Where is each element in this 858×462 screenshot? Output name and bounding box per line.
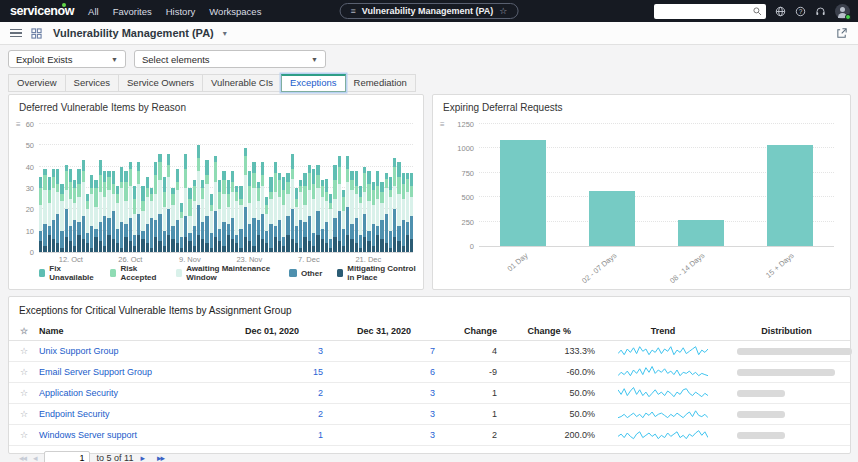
stacked-bar[interactable] <box>218 180 221 253</box>
stacked-bar[interactable] <box>205 160 208 252</box>
dashboard-search-pill[interactable]: ≡ Vulnerability Management (PA) ☆ <box>340 3 519 19</box>
stacked-bar[interactable] <box>222 171 225 252</box>
stacked-bar[interactable] <box>410 173 413 252</box>
assignment-group-link[interactable]: Email Server Support Group <box>39 367 152 377</box>
stacked-bar[interactable] <box>60 184 63 252</box>
legend-item-risk-accepted[interactable]: Risk Accepted <box>110 264 161 282</box>
stacked-bar[interactable] <box>316 165 319 252</box>
bar-01-day[interactable] <box>500 140 546 246</box>
stacked-bar[interactable] <box>193 180 196 252</box>
table-row[interactable]: ☆Endpoint Security23150.0% <box>9 404 850 425</box>
dec01-value-link[interactable]: 2 <box>219 388 331 398</box>
nav-item-favorites[interactable]: Favorites <box>113 6 152 17</box>
exploit-exists-dropdown[interactable]: Exploit Exists ▼ <box>8 50 126 68</box>
bar-15-+-days[interactable] <box>767 145 813 246</box>
stacked-bar[interactable] <box>231 171 234 252</box>
stacked-bar[interactable] <box>321 180 324 253</box>
stacked-bar[interactable] <box>248 171 251 252</box>
dec01-value-link[interactable]: 2 <box>219 409 331 419</box>
stacked-bar[interactable] <box>39 177 42 252</box>
stacked-bar[interactable] <box>393 158 396 252</box>
legend-item-other[interactable]: Other <box>289 264 322 282</box>
dec01-value-link[interactable]: 3 <box>219 346 331 356</box>
stacked-bar[interactable] <box>376 171 379 252</box>
legend-item-awaiting-maintenance-window[interactable]: Awaiting Maintenance Window <box>176 264 274 282</box>
stacked-bar[interactable] <box>103 171 106 252</box>
assignment-group-link[interactable]: Endpoint Security <box>39 409 110 419</box>
stacked-bar[interactable] <box>282 177 285 252</box>
stacked-bar[interactable] <box>184 154 187 252</box>
stacked-bar[interactable] <box>197 145 200 252</box>
stacked-bar[interactable] <box>154 162 157 252</box>
assignment-group-link[interactable]: Windows Server support <box>39 430 137 440</box>
stacked-bar[interactable] <box>295 188 298 252</box>
row-favorite-star-icon[interactable]: ☆ <box>9 367 39 377</box>
stacked-bar[interactable] <box>73 180 76 253</box>
tab-overview[interactable]: Overview <box>8 74 66 92</box>
stacked-bar[interactable] <box>107 171 110 252</box>
stacked-bar[interactable] <box>338 156 341 252</box>
stacked-bar[interactable] <box>180 203 183 252</box>
column-header-change-pct[interactable]: Change % <box>507 326 603 336</box>
stacked-bar[interactable] <box>86 194 89 252</box>
row-favorite-star-icon[interactable]: ☆ <box>9 388 39 398</box>
stacked-bar[interactable] <box>291 154 294 252</box>
stacked-bar[interactable] <box>363 167 366 252</box>
stacked-bar[interactable] <box>350 171 353 252</box>
row-favorite-star-icon[interactable]: ☆ <box>9 409 39 419</box>
global-search-input[interactable] <box>654 4 766 19</box>
select-elements-dropdown[interactable]: Select elements ▼ <box>134 50 326 68</box>
stacked-bar[interactable] <box>150 188 153 252</box>
stacked-bar[interactable] <box>163 177 166 252</box>
stacked-bar[interactable] <box>210 194 213 252</box>
stacked-bar[interactable] <box>355 171 358 252</box>
stacked-bar[interactable] <box>77 169 80 252</box>
stacked-bar[interactable] <box>252 162 255 252</box>
tab-service-owners[interactable]: Service Owners <box>118 74 203 92</box>
stacked-bar[interactable] <box>333 165 336 252</box>
stacked-bar[interactable] <box>380 182 383 252</box>
stacked-bar[interactable] <box>269 177 272 252</box>
legend-item-fix-unavailable[interactable]: Fix Unavailable <box>39 264 95 282</box>
dec01-value-link[interactable]: 1 <box>219 430 331 440</box>
stacked-bar[interactable] <box>129 162 132 252</box>
next-page-icon[interactable]: ▸ <box>140 453 144 462</box>
stacked-bar[interactable] <box>188 188 191 252</box>
stacked-bar[interactable] <box>299 180 302 252</box>
dec31-value-link[interactable]: 6 <box>331 367 443 377</box>
column-header-distribution[interactable]: Distribution <box>723 326 850 336</box>
nav-item-all[interactable]: All <box>88 6 99 17</box>
stacked-bar[interactable] <box>367 171 370 252</box>
stacked-bar[interactable] <box>171 188 174 252</box>
stacked-bar[interactable] <box>82 160 85 252</box>
first-page-icon[interactable]: ◂◂ <box>19 453 26 462</box>
stacked-bar[interactable] <box>342 190 345 252</box>
stacked-bar[interactable] <box>94 180 97 253</box>
nav-item-workspaces[interactable]: Workspaces <box>209 6 261 17</box>
globe-icon[interactable] <box>775 6 786 17</box>
stacked-bar[interactable] <box>176 169 179 252</box>
stacked-bar[interactable] <box>214 156 217 252</box>
sidebar-toggle-icon[interactable] <box>10 29 22 38</box>
assignment-group-link[interactable]: Unix Support Group <box>39 346 119 356</box>
column-header-name[interactable]: Name <box>39 326 219 336</box>
stacked-bar[interactable] <box>116 186 119 252</box>
page-number-input[interactable] <box>44 451 90 462</box>
stacked-bar[interactable] <box>278 173 281 252</box>
dec31-value-link[interactable]: 7 <box>331 346 443 356</box>
stacked-bar[interactable] <box>167 154 170 252</box>
stacked-bar[interactable] <box>325 179 328 252</box>
legend-item-mitigating-control-in-place[interactable]: Mitigating Control in Place <box>337 264 423 282</box>
row-favorite-star-icon[interactable]: ☆ <box>9 346 39 356</box>
assignment-group-link[interactable]: Application Security <box>39 388 118 398</box>
stacked-bar[interactable] <box>239 186 242 252</box>
stacked-bar[interactable] <box>372 182 375 252</box>
stacked-bar[interactable] <box>146 177 149 252</box>
bar-02---07-days[interactable] <box>589 191 635 246</box>
tab-remediation[interactable]: Remediation <box>345 74 416 92</box>
tab-exceptions[interactable]: Exceptions <box>281 74 345 92</box>
stacked-bar[interactable] <box>56 169 59 252</box>
table-row[interactable]: ☆Unix Support Group374133.3% <box>9 341 850 362</box>
stacked-bar[interactable] <box>141 186 144 252</box>
stacked-bar[interactable] <box>359 186 362 252</box>
